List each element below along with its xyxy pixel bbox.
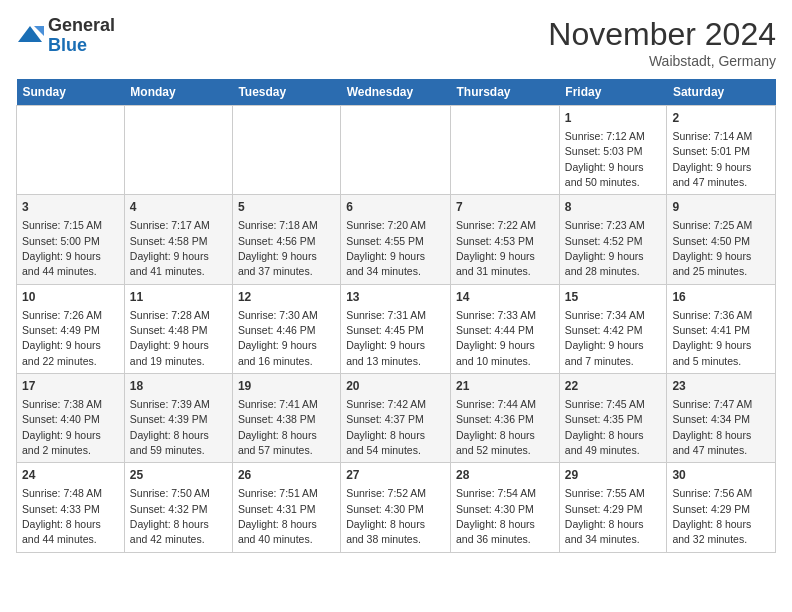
day-info: Sunrise: 7:47 AM Sunset: 4:34 PM Dayligh… <box>672 398 752 456</box>
day-number: 8 <box>565 199 662 216</box>
calendar-day-cell: 6Sunrise: 7:20 AM Sunset: 4:55 PM Daylig… <box>341 195 451 284</box>
calendar-day-cell: 29Sunrise: 7:55 AM Sunset: 4:29 PM Dayli… <box>559 463 667 552</box>
calendar-day-cell <box>232 106 340 195</box>
logo-icon <box>16 22 44 50</box>
calendar-day-cell <box>17 106 125 195</box>
day-info: Sunrise: 7:22 AM Sunset: 4:53 PM Dayligh… <box>456 219 536 277</box>
day-info: Sunrise: 7:41 AM Sunset: 4:38 PM Dayligh… <box>238 398 318 456</box>
day-number: 13 <box>346 289 445 306</box>
calendar-day-cell: 27Sunrise: 7:52 AM Sunset: 4:30 PM Dayli… <box>341 463 451 552</box>
calendar-day-cell: 10Sunrise: 7:26 AM Sunset: 4:49 PM Dayli… <box>17 284 125 373</box>
calendar-day-cell: 22Sunrise: 7:45 AM Sunset: 4:35 PM Dayli… <box>559 374 667 463</box>
day-number: 21 <box>456 378 554 395</box>
weekday-header-cell: Sunday <box>17 79 125 106</box>
day-info: Sunrise: 7:39 AM Sunset: 4:39 PM Dayligh… <box>130 398 210 456</box>
day-number: 11 <box>130 289 227 306</box>
day-number: 5 <box>238 199 335 216</box>
day-number: 9 <box>672 199 770 216</box>
day-number: 4 <box>130 199 227 216</box>
calendar-day-cell: 4Sunrise: 7:17 AM Sunset: 4:58 PM Daylig… <box>124 195 232 284</box>
day-info: Sunrise: 7:36 AM Sunset: 4:41 PM Dayligh… <box>672 309 752 367</box>
logo-text: General Blue <box>48 16 115 56</box>
calendar-week-row: 3Sunrise: 7:15 AM Sunset: 5:00 PM Daylig… <box>17 195 776 284</box>
calendar-day-cell: 28Sunrise: 7:54 AM Sunset: 4:30 PM Dayli… <box>451 463 560 552</box>
day-number: 14 <box>456 289 554 306</box>
day-number: 24 <box>22 467 119 484</box>
day-number: 23 <box>672 378 770 395</box>
day-info: Sunrise: 7:23 AM Sunset: 4:52 PM Dayligh… <box>565 219 645 277</box>
calendar-day-cell: 18Sunrise: 7:39 AM Sunset: 4:39 PM Dayli… <box>124 374 232 463</box>
day-number: 25 <box>130 467 227 484</box>
weekday-header-cell: Friday <box>559 79 667 106</box>
day-number: 7 <box>456 199 554 216</box>
calendar-day-cell: 2Sunrise: 7:14 AM Sunset: 5:01 PM Daylig… <box>667 106 776 195</box>
day-number: 22 <box>565 378 662 395</box>
calendar-day-cell <box>451 106 560 195</box>
calendar-day-cell: 30Sunrise: 7:56 AM Sunset: 4:29 PM Dayli… <box>667 463 776 552</box>
calendar-day-cell: 12Sunrise: 7:30 AM Sunset: 4:46 PM Dayli… <box>232 284 340 373</box>
day-info: Sunrise: 7:52 AM Sunset: 4:30 PM Dayligh… <box>346 487 426 545</box>
calendar-day-cell: 25Sunrise: 7:50 AM Sunset: 4:32 PM Dayli… <box>124 463 232 552</box>
day-info: Sunrise: 7:55 AM Sunset: 4:29 PM Dayligh… <box>565 487 645 545</box>
day-info: Sunrise: 7:17 AM Sunset: 4:58 PM Dayligh… <box>130 219 210 277</box>
calendar-week-row: 1Sunrise: 7:12 AM Sunset: 5:03 PM Daylig… <box>17 106 776 195</box>
calendar-day-cell <box>341 106 451 195</box>
day-number: 19 <box>238 378 335 395</box>
calendar-week-row: 10Sunrise: 7:26 AM Sunset: 4:49 PM Dayli… <box>17 284 776 373</box>
day-info: Sunrise: 7:15 AM Sunset: 5:00 PM Dayligh… <box>22 219 102 277</box>
calendar-day-cell: 5Sunrise: 7:18 AM Sunset: 4:56 PM Daylig… <box>232 195 340 284</box>
weekday-header-cell: Thursday <box>451 79 560 106</box>
location-subtitle: Waibstadt, Germany <box>548 53 776 69</box>
calendar-day-cell: 11Sunrise: 7:28 AM Sunset: 4:48 PM Dayli… <box>124 284 232 373</box>
day-number: 10 <box>22 289 119 306</box>
day-info: Sunrise: 7:14 AM Sunset: 5:01 PM Dayligh… <box>672 130 752 188</box>
day-info: Sunrise: 7:44 AM Sunset: 4:36 PM Dayligh… <box>456 398 536 456</box>
day-info: Sunrise: 7:54 AM Sunset: 4:30 PM Dayligh… <box>456 487 536 545</box>
day-info: Sunrise: 7:51 AM Sunset: 4:31 PM Dayligh… <box>238 487 318 545</box>
day-number: 3 <box>22 199 119 216</box>
day-number: 27 <box>346 467 445 484</box>
calendar-table: SundayMondayTuesdayWednesdayThursdayFrid… <box>16 79 776 553</box>
calendar-day-cell: 16Sunrise: 7:36 AM Sunset: 4:41 PM Dayli… <box>667 284 776 373</box>
calendar-day-cell: 8Sunrise: 7:23 AM Sunset: 4:52 PM Daylig… <box>559 195 667 284</box>
day-number: 26 <box>238 467 335 484</box>
calendar-week-row: 17Sunrise: 7:38 AM Sunset: 4:40 PM Dayli… <box>17 374 776 463</box>
day-number: 29 <box>565 467 662 484</box>
calendar-day-cell: 3Sunrise: 7:15 AM Sunset: 5:00 PM Daylig… <box>17 195 125 284</box>
weekday-header-cell: Monday <box>124 79 232 106</box>
day-info: Sunrise: 7:18 AM Sunset: 4:56 PM Dayligh… <box>238 219 318 277</box>
weekday-header-row: SundayMondayTuesdayWednesdayThursdayFrid… <box>17 79 776 106</box>
calendar-day-cell: 26Sunrise: 7:51 AM Sunset: 4:31 PM Dayli… <box>232 463 340 552</box>
day-info: Sunrise: 7:34 AM Sunset: 4:42 PM Dayligh… <box>565 309 645 367</box>
day-info: Sunrise: 7:56 AM Sunset: 4:29 PM Dayligh… <box>672 487 752 545</box>
logo-general-text: General <box>48 15 115 35</box>
title-block: November 2024 Waibstadt, Germany <box>548 16 776 69</box>
weekday-header-cell: Wednesday <box>341 79 451 106</box>
calendar-day-cell: 17Sunrise: 7:38 AM Sunset: 4:40 PM Dayli… <box>17 374 125 463</box>
day-number: 15 <box>565 289 662 306</box>
logo: General Blue <box>16 16 115 56</box>
day-number: 17 <box>22 378 119 395</box>
day-number: 28 <box>456 467 554 484</box>
day-info: Sunrise: 7:50 AM Sunset: 4:32 PM Dayligh… <box>130 487 210 545</box>
day-info: Sunrise: 7:28 AM Sunset: 4:48 PM Dayligh… <box>130 309 210 367</box>
day-info: Sunrise: 7:42 AM Sunset: 4:37 PM Dayligh… <box>346 398 426 456</box>
day-info: Sunrise: 7:25 AM Sunset: 4:50 PM Dayligh… <box>672 219 752 277</box>
calendar-day-cell <box>124 106 232 195</box>
calendar-day-cell: 24Sunrise: 7:48 AM Sunset: 4:33 PM Dayli… <box>17 463 125 552</box>
calendar-week-row: 24Sunrise: 7:48 AM Sunset: 4:33 PM Dayli… <box>17 463 776 552</box>
calendar-day-cell: 19Sunrise: 7:41 AM Sunset: 4:38 PM Dayli… <box>232 374 340 463</box>
day-info: Sunrise: 7:26 AM Sunset: 4:49 PM Dayligh… <box>22 309 102 367</box>
calendar-body: 1Sunrise: 7:12 AM Sunset: 5:03 PM Daylig… <box>17 106 776 553</box>
calendar-day-cell: 13Sunrise: 7:31 AM Sunset: 4:45 PM Dayli… <box>341 284 451 373</box>
calendar-day-cell: 20Sunrise: 7:42 AM Sunset: 4:37 PM Dayli… <box>341 374 451 463</box>
day-info: Sunrise: 7:30 AM Sunset: 4:46 PM Dayligh… <box>238 309 318 367</box>
calendar-day-cell: 9Sunrise: 7:25 AM Sunset: 4:50 PM Daylig… <box>667 195 776 284</box>
calendar-day-cell: 21Sunrise: 7:44 AM Sunset: 4:36 PM Dayli… <box>451 374 560 463</box>
day-number: 6 <box>346 199 445 216</box>
day-info: Sunrise: 7:31 AM Sunset: 4:45 PM Dayligh… <box>346 309 426 367</box>
day-info: Sunrise: 7:33 AM Sunset: 4:44 PM Dayligh… <box>456 309 536 367</box>
day-number: 12 <box>238 289 335 306</box>
logo-blue-text: Blue <box>48 35 87 55</box>
day-number: 18 <box>130 378 227 395</box>
